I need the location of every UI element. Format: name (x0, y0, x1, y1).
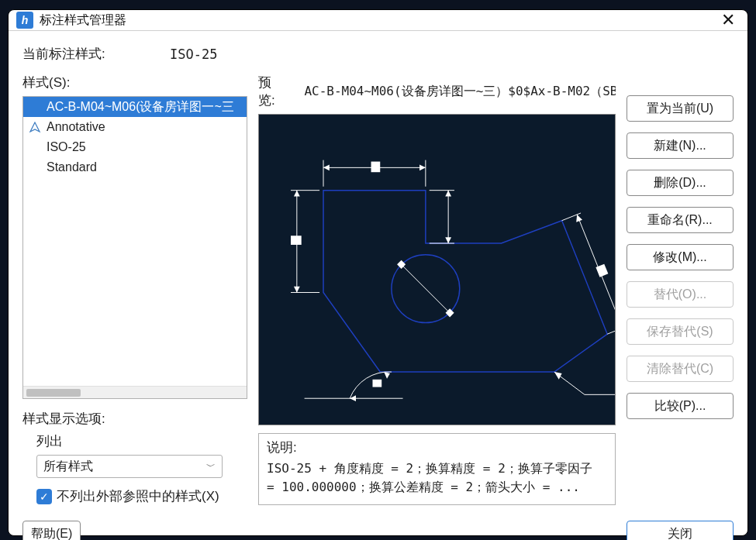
set-current-button[interactable]: 置为当前(U) (627, 95, 734, 122)
style-item-name: Standard (47, 159, 97, 176)
middle-column: 预览: AC-B-M04~M06(设备房详图一~三）$0$Ax-B-M02（SB… (258, 74, 616, 505)
style-item-selected[interactable]: AC-B-M04~M06(设备房详图一~三 (23, 97, 247, 117)
svg-rect-0 (259, 115, 615, 425)
help-button[interactable]: 帮助(E) (22, 521, 81, 540)
right-button-column: 置为当前(U) 新建(N)... 删除(D)... 重命名(R)... 修改(M… (627, 74, 734, 505)
style-item-name: Annotative (47, 119, 105, 136)
exclude-xref-label: 不列出外部参照中的样式(X) (57, 487, 219, 505)
hscroll-thumb[interactable] (26, 389, 81, 397)
style-item[interactable]: Annotative (23, 117, 247, 137)
close-icon[interactable]: ✕ (716, 10, 740, 30)
new-button[interactable]: 新建(N)... (627, 132, 734, 159)
description-label: 说明: (267, 439, 607, 456)
style-item[interactable]: Standard (23, 157, 247, 177)
hscrollbar[interactable] (23, 386, 247, 398)
main-row: 样式(S): AC-B-M04~M06(设备房详图一~三 Annotative … (22, 74, 734, 505)
titlebar: h 标注样式管理器 ✕ (9, 10, 747, 31)
svg-rect-31 (372, 380, 381, 387)
close-button[interactable]: 关闭 (627, 521, 734, 540)
chevron-down-icon: ﹀ (206, 460, 216, 473)
svg-rect-16 (291, 236, 302, 245)
save-override-button: 保存替代(S) (627, 318, 734, 345)
svg-rect-10 (371, 162, 381, 173)
exclude-xref-row[interactable]: ✓ 不列出外部参照中的样式(X) (36, 487, 247, 505)
rename-button[interactable]: 重命名(R)... (627, 207, 734, 233)
preview-header: 预览: AC-B-M04~M06(设备房详图一~三）$0$Ax-B-M02（SB… (258, 74, 616, 109)
list-filter-select[interactable]: 所有样式 ﹀ (36, 455, 223, 478)
delete-button[interactable]: 删除(D)... (627, 170, 734, 196)
display-options-group: 样式显示选项: 列出 所有样式 ﹀ ✓ 不列出外部参照中的样式(X) (22, 410, 247, 505)
list-label: 列出 (36, 432, 247, 450)
display-options-label: 样式显示选项: (22, 410, 247, 428)
description-block: 说明: ISO-25 + 角度精度 = 2；换算精度 = 2；换算子零因子 = … (258, 433, 616, 505)
clear-override-button: 清除替代(C) (627, 356, 734, 382)
annotative-icon (28, 120, 42, 134)
current-style-value: ISO-25 (170, 46, 217, 62)
style-item-name: ISO-25 (47, 139, 86, 156)
styles-label: 样式(S): (22, 74, 247, 91)
footer: 帮助(E) 关闭 (9, 513, 747, 540)
preview-label: 预览: (258, 74, 285, 109)
modify-button[interactable]: 修改(M)... (627, 244, 734, 270)
app-icon: h (16, 12, 33, 29)
dimension-style-manager-dialog: h 标注样式管理器 ✕ 当前标注样式: ISO-25 样式(S): AC-B-M… (8, 9, 748, 536)
current-style-label: 当前标注样式: (22, 45, 170, 63)
description-text: ISO-25 + 角度精度 = 2；换算精度 = 2；换算子零因子 = 100.… (267, 459, 607, 497)
override-button: 替代(O)... (627, 281, 734, 308)
select-value: 所有样式 (43, 459, 93, 475)
preview-style-name: AC-B-M04~M06(设备房详图一~三）$0$Ax-B-M02（SBYF） (304, 84, 616, 100)
preview-canvas (258, 114, 616, 425)
content-area: 当前标注样式: ISO-25 样式(S): AC-B-M04~M06(设备房详图… (9, 31, 747, 513)
exclude-xref-checkbox[interactable]: ✓ (36, 489, 52, 504)
left-column: 样式(S): AC-B-M04~M06(设备房详图一~三 Annotative … (22, 74, 247, 505)
current-style-row: 当前标注样式: ISO-25 (22, 45, 734, 63)
window-title: 标注样式管理器 (40, 12, 716, 29)
compare-button[interactable]: 比较(P)... (627, 393, 734, 419)
style-listbox[interactable]: AC-B-M04~M06(设备房详图一~三 Annotative ISO-25 … (22, 96, 247, 399)
style-item-name: AC-B-M04~M06(设备房详图一~三 (47, 98, 234, 115)
style-item[interactable]: ISO-25 (23, 137, 247, 157)
